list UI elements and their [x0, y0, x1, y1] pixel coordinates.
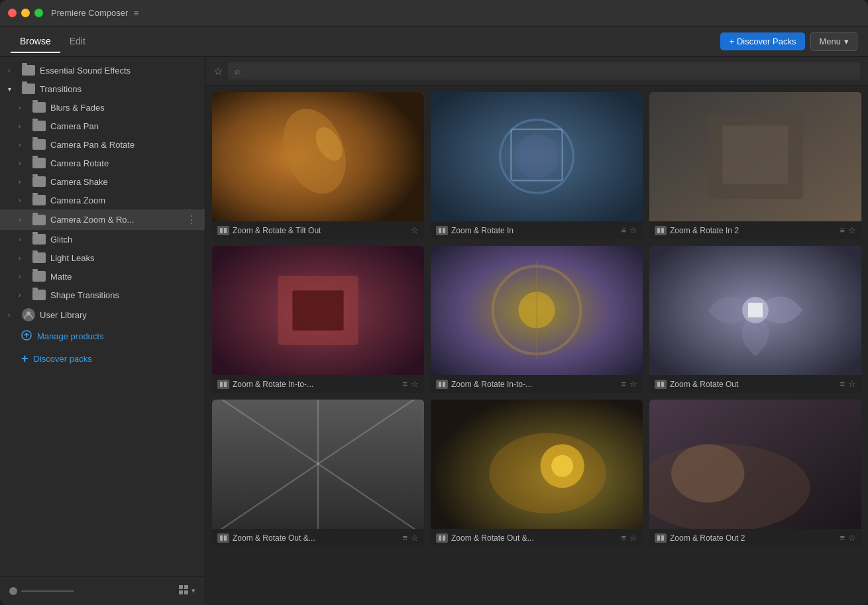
view-toggle[interactable]: ▾ — [178, 584, 195, 597]
card-zoom-rotate-out-1[interactable]: Zoom & Rotate Out &... ≡ ☆ — [212, 400, 424, 547]
sidebar-item-camera-shake[interactable]: › Camera Shake — [0, 172, 205, 191]
card-star-icon[interactable]: ☆ — [629, 225, 637, 235]
card-zoom-rotate-out-2[interactable]: Zoom & Rotate Out &... ≡ ☆ — [431, 400, 643, 547]
sidebar-item-glitch[interactable]: › Glitch — [0, 230, 205, 248]
card-zoom-rotate-in[interactable]: Zoom & Rotate In ≡ ☆ — [431, 92, 643, 239]
maximize-button[interactable] — [34, 9, 43, 17]
svg-rect-45 — [220, 535, 223, 541]
card-label: Zoom & Rotate In-to-... — [451, 380, 618, 389]
card-star-icon[interactable]: ☆ — [411, 225, 419, 235]
card-star-icon[interactable]: ☆ — [629, 533, 637, 543]
sidebar-item-camera-zoom[interactable]: › Camera Zoom — [0, 191, 205, 209]
search-container: ⌕ — [228, 62, 860, 80]
folder-icon — [32, 139, 46, 150]
card-label: Zoom & Rotate Out — [670, 380, 836, 389]
chevron-right-icon: › — [19, 236, 28, 243]
svg-rect-52 — [443, 535, 445, 541]
card-label: Zoom & Rotate In 2 — [670, 226, 836, 235]
sidebar-item-camera-zoom-ro[interactable]: › Camera Zoom & Ro... ⋮ — [0, 209, 205, 230]
search-input[interactable] — [244, 66, 853, 76]
card-star-icon[interactable]: ☆ — [411, 533, 419, 543]
svg-rect-21 — [661, 228, 664, 233]
card-menu-icon[interactable]: ≡ — [621, 225, 626, 235]
sidebar-item-light-leaks[interactable]: › Light Leaks — [0, 248, 205, 267]
card-star-icon[interactable]: ☆ — [848, 379, 856, 389]
chevron-right-icon: › — [19, 123, 28, 130]
sidebar-item-label: Transitions — [40, 84, 81, 94]
card-thumbnail — [649, 400, 861, 529]
menu-button[interactable]: Menu ▾ — [810, 32, 857, 51]
chevron-right-icon: › — [8, 311, 17, 319]
star-filter-icon[interactable]: ☆ — [213, 65, 223, 78]
clip-icon — [436, 533, 448, 543]
sidebar-item-label: Essential Sound Effects — [40, 66, 131, 76]
sidebar-content: › Essential Sound Effects ▾ Transitions … — [0, 57, 205, 576]
sidebar-item-label: Matte — [50, 272, 72, 282]
card-menu-icon[interactable]: ≡ — [402, 379, 407, 389]
card-zoom-rotate-out[interactable]: Zoom & Rotate Out ≡ ☆ — [649, 246, 861, 393]
card-actions: ☆ — [411, 225, 419, 235]
clip-icon — [436, 226, 448, 235]
tab-browse[interactable]: Browse — [11, 30, 60, 53]
card-menu-icon[interactable]: ≡ — [621, 533, 626, 543]
tab-edit[interactable]: Edit — [60, 30, 95, 53]
folder-icon — [32, 102, 46, 113]
sidebar-item-transitions[interactable]: ▾ Transitions — [0, 80, 205, 98]
sidebar-item-label: Glitch — [50, 235, 72, 245]
card-zoom-rotate-tilt-out[interactable]: Zoom & Rotate & Tilt Out ☆ — [212, 92, 424, 239]
sidebar-item-blurs-fades[interactable]: › Blurs & Fades — [0, 98, 205, 117]
minimize-button[interactable] — [21, 9, 30, 17]
clip-icon — [436, 380, 448, 389]
clip-icon — [655, 533, 667, 543]
card-menu-icon[interactable]: ≡ — [840, 379, 845, 389]
sidebar-footer: ▾ — [0, 576, 205, 605]
chevron-right-icon: › — [19, 216, 28, 223]
svg-rect-35 — [748, 303, 763, 317]
svg-rect-36 — [657, 382, 660, 387]
svg-rect-19 — [722, 126, 788, 184]
card-zoom-rotate-in-2[interactable]: Zoom & Rotate In 2 ≡ ☆ — [649, 92, 861, 239]
card-star-icon[interactable]: ☆ — [629, 379, 637, 389]
zoom-slider[interactable] — [9, 587, 172, 595]
card-zoom-rotate-out-2b[interactable]: Zoom & Rotate Out 2 ≡ ☆ — [649, 400, 861, 547]
folder-icon — [32, 158, 46, 168]
sidebar-item-essential-sound[interactable]: › Essential Sound Effects — [0, 61, 205, 80]
card-menu-icon[interactable]: ≡ — [840, 225, 845, 235]
hamburger-icon[interactable]: ≡ — [133, 8, 138, 19]
cards-grid: Zoom & Rotate & Tilt Out ☆ — [212, 92, 861, 547]
sidebar-item-label: Blurs & Fades — [50, 103, 105, 113]
card-star-icon[interactable]: ☆ — [411, 379, 419, 389]
sidebar-item-camera-rotate[interactable]: › Camera Rotate — [0, 154, 205, 172]
sidebar-item-shape-transitions[interactable]: › Shape Transitions — [0, 286, 205, 304]
chevron-right-icon: › — [19, 104, 28, 111]
card-footer: Zoom & Rotate Out &... ≡ ☆ — [212, 529, 424, 547]
discover-packs-action[interactable]: + Discover packs — [0, 347, 205, 370]
card-star-icon[interactable]: ☆ — [848, 533, 856, 543]
menu-button-label: Menu — [819, 36, 841, 46]
folder-icon — [32, 252, 46, 263]
sidebar-item-matte[interactable]: › Matte — [0, 267, 205, 286]
card-actions: ≡ ☆ — [840, 225, 856, 235]
folder-icon — [32, 121, 46, 131]
more-vert-icon[interactable]: ⋮ — [186, 213, 197, 226]
svg-rect-20 — [657, 228, 660, 233]
card-label: Zoom & Rotate Out &... — [233, 533, 399, 543]
discover-packs-button[interactable]: + Discover Packs — [720, 32, 806, 50]
sidebar-item-camera-pan-rotate[interactable]: › Camera Pan & Rotate — [0, 135, 205, 154]
card-menu-icon[interactable]: ≡ — [840, 533, 845, 543]
slider-track — [21, 590, 74, 592]
discover-packs-label: Discover packs — [34, 354, 92, 364]
close-button[interactable] — [8, 9, 17, 17]
sidebar-item-label: Camera Shake — [50, 177, 108, 187]
manage-products-action[interactable]: Manage products — [0, 325, 205, 347]
card-zoom-rotate-in-to-2[interactable]: Zoom & Rotate In-to-... ≡ ☆ — [431, 246, 643, 393]
card-zoom-rotate-in-to-1[interactable]: Zoom & Rotate In-to-... ≡ ☆ — [212, 246, 424, 393]
card-star-icon[interactable]: ☆ — [848, 225, 856, 235]
card-menu-icon[interactable]: ≡ — [402, 533, 407, 543]
sidebar-item-user-library[interactable]: › User Library — [0, 304, 205, 325]
chevron-down-icon: ▾ — [8, 85, 17, 93]
card-label: Zoom & Rotate Out &... — [451, 533, 618, 543]
card-actions: ≡ ☆ — [621, 225, 637, 235]
card-menu-icon[interactable]: ≡ — [621, 379, 626, 389]
sidebar-item-camera-pan[interactable]: › Camera Pan — [0, 117, 205, 135]
